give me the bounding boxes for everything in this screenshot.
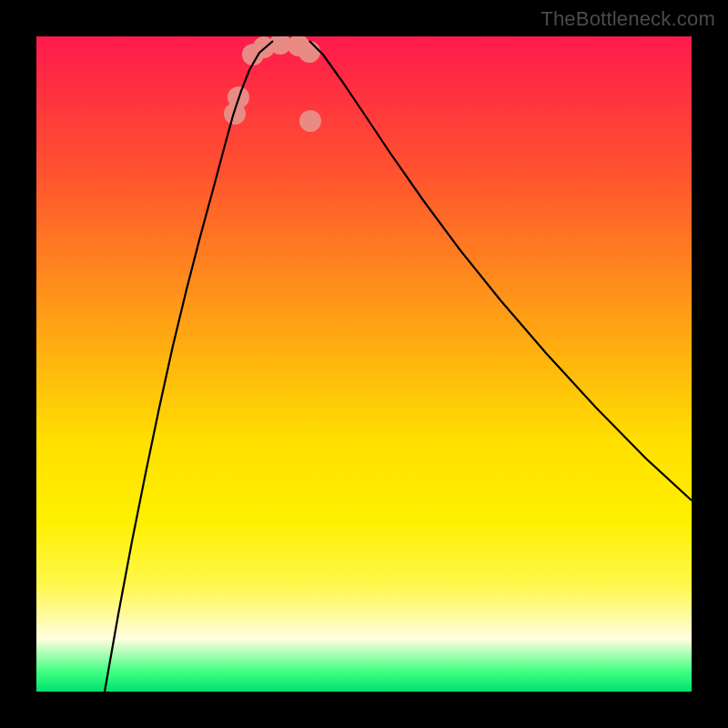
curve-right-branch (309, 41, 692, 500)
plot-area (36, 36, 692, 692)
marker-cluster (224, 36, 321, 132)
curve-left-branch (105, 41, 273, 692)
marker-dot (298, 41, 320, 63)
marker-dot (299, 110, 321, 132)
chart-svg (36, 36, 692, 692)
watermark-text: TheBottleneck.com (541, 7, 715, 31)
outer-frame: TheBottleneck.com (0, 0, 728, 728)
